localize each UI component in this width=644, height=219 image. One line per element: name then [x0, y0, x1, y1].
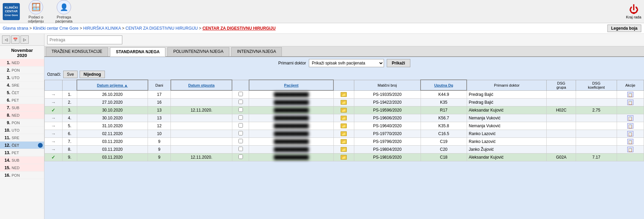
row-maticni-broj: PS-19804/2020 [354, 145, 421, 153]
row-checkbox-cell[interactable] [232, 130, 249, 137]
table-row: →5.31.10.202012████████████📁PS-19640/202… [45, 122, 644, 130]
calendar-day[interactable]: 9.PON [0, 119, 44, 127]
search-input[interactable] [47, 35, 122, 44]
row-checkbox[interactable] [238, 107, 243, 112]
row-akcije-cell[interactable] [617, 153, 644, 161]
akcije-icon[interactable]: 📋 [627, 147, 633, 152]
folder-icon[interactable]: 📁 [341, 116, 347, 120]
col-header-2[interactable]: Datum prijema ▲ [77, 80, 148, 90]
calendar-day[interactable]: 11.SRE [0, 134, 44, 142]
row-akcije-cell[interactable]: 📋 [617, 122, 644, 130]
pretraga-pacijenata-button[interactable]: 👤 Pretraga pacijenata [52, 0, 76, 23]
row-folder-cell[interactable]: 📁 [333, 114, 354, 122]
folder-icon[interactable]: 📁 [341, 108, 347, 113]
calendar-day[interactable]: 15.NED [0, 164, 44, 172]
col-header-9[interactable]: Uputna Dg [421, 80, 467, 90]
calendar-day[interactable]: 7.SUB [0, 104, 44, 112]
folder-icon[interactable]: 📁 [341, 100, 347, 105]
folder-icon[interactable]: 📁 [341, 155, 347, 160]
row-akcije-cell[interactable]: 📋 [617, 98, 644, 106]
row-checkbox-cell[interactable] [232, 145, 249, 153]
primary-doctor-select[interactable]: Prikaži spisak svih pacijenata [309, 59, 384, 67]
row-checkbox[interactable] [238, 123, 243, 128]
sidebar-calendar-button[interactable]: 📅 [11, 35, 19, 44]
row-datum-otpusta [171, 130, 232, 137]
row-num: 7. [62, 137, 77, 145]
calendar-day[interactable]: 4.SRE [0, 82, 44, 89]
akcije-icon[interactable]: 📋 [627, 115, 633, 121]
row-akcije-cell[interactable]: 📋 [617, 114, 644, 122]
folder-icon[interactable]: 📁 [341, 123, 347, 128]
akcije-icon[interactable]: 📋 [627, 123, 633, 129]
calendar-day[interactable]: 6.PET [0, 97, 44, 104]
row-akcije-cell[interactable]: 📋 [617, 130, 644, 137]
akcije-icon[interactable]: 📋 [627, 100, 633, 105]
breadcrumb-centar-current[interactable]: CENTAR ZA DIGESTIVNU HIRURGIJU [203, 26, 276, 31]
kraj-rada-button[interactable]: ⏻ Kraj rada [626, 4, 641, 19]
row-checkbox-cell[interactable] [232, 98, 249, 106]
row-folder-cell[interactable]: 📁 [333, 137, 354, 145]
col-header-6[interactable]: Pacijent [249, 80, 334, 90]
tab-standardna-njega[interactable]: STANDARDNA NJEGA [110, 47, 165, 57]
calendar-day[interactable]: 10.UTO [0, 127, 44, 134]
breadcrumb-klinicki[interactable]: Klinički centar Crne Gore [33, 26, 78, 31]
tab-poluintenzivna-njega[interactable]: POLUINTENZIVNA NJEGA [167, 47, 229, 56]
row-akcije-cell[interactable]: 📋 [617, 90, 644, 98]
row-akcije-cell[interactable]: 📋 [617, 137, 644, 145]
calendar-day[interactable]: 14.SUB [0, 157, 44, 164]
breadcrumb-hiruska[interactable]: HIRURŠKA KLINIKA [83, 26, 121, 31]
sidebar-prev-button[interactable]: ◁ [2, 35, 10, 44]
akcije-icon[interactable]: 📋 [627, 92, 633, 97]
row-folder-cell[interactable]: 📁 [333, 122, 354, 130]
podaci-odjeljenju-button[interactable]: 🪟 Podaci o odjeljenju [24, 0, 48, 23]
row-checkbox[interactable] [238, 92, 243, 96]
row-checkbox[interactable] [238, 139, 243, 143]
row-folder-cell[interactable]: 📁 [333, 98, 354, 106]
row-checkbox-cell[interactable] [232, 106, 249, 114]
folder-icon[interactable]: 📁 [341, 92, 347, 97]
calendar-days: 1.NED2.PON3.UTO4.SRE5.ČET6.PET7.SUB8.NED… [0, 59, 44, 179]
calendar-day[interactable]: 13.PET [0, 149, 44, 157]
row-akcije-cell[interactable]: 📋 [617, 145, 644, 153]
prikazi-button[interactable]: Prikaži [387, 59, 410, 67]
akcije-icon[interactable]: 📋 [627, 139, 633, 144]
legenda-boja-button[interactable]: Legenda boja [607, 25, 641, 32]
akcije-icon[interactable]: 📋 [627, 131, 633, 136]
row-folder-cell[interactable]: 📁 [333, 145, 354, 153]
calendar-day[interactable]: 1.NED [0, 59, 44, 67]
breadcrumb-centar[interactable]: CENTAR ZA DIGESTIVNU HIRURGIJU [125, 26, 198, 31]
row-checkbox[interactable] [238, 147, 243, 151]
folder-icon[interactable]: 📁 [341, 139, 347, 144]
col-header-4[interactable]: Datum otpusta [171, 80, 232, 90]
sve-button[interactable]: Sve [63, 71, 78, 78]
tab-tražene-konsultacije[interactable]: TRAŽENE KONSULTACIJE [46, 47, 108, 56]
nijedan-button[interactable]: Nijednog [80, 71, 105, 78]
row-folder-cell[interactable]: 📁 [333, 90, 354, 98]
row-datum-otpusta: 12.11.2020. [171, 106, 232, 114]
row-dani: 12 [148, 122, 171, 130]
calendar-day[interactable]: 8.NED [0, 112, 44, 119]
sidebar-next-button[interactable]: ▷ [20, 35, 29, 44]
row-checkbox-cell[interactable] [232, 122, 249, 130]
row-checkbox-cell[interactable] [232, 114, 249, 122]
calendar-day[interactable]: 5.ČET [0, 89, 44, 97]
row-checkbox[interactable] [238, 131, 243, 135]
row-checkbox-cell[interactable] [232, 137, 249, 145]
calendar-day[interactable]: 12.ČET [0, 142, 44, 149]
breadcrumb-glavna[interactable]: Glavna strana [3, 26, 28, 31]
folder-icon[interactable]: 📁 [341, 147, 347, 152]
row-checkbox[interactable] [238, 100, 243, 104]
calendar-day[interactable]: 2.PON [0, 67, 44, 74]
tab-intenzivna-njega[interactable]: INTENZIVNA NJEGA [231, 47, 282, 56]
calendar-day[interactable]: 3.UTO [0, 74, 44, 82]
row-folder-cell[interactable]: 📁 [333, 106, 354, 114]
row-folder-cell[interactable]: 📁 [333, 153, 354, 161]
folder-icon[interactable]: 📁 [341, 131, 347, 136]
row-checkbox-cell[interactable] [232, 153, 249, 161]
calendar-day[interactable]: 16.PON [0, 172, 44, 179]
row-akcije-cell[interactable] [617, 106, 644, 114]
row-checkbox[interactable] [238, 115, 243, 120]
row-folder-cell[interactable]: 📁 [333, 130, 354, 137]
row-checkbox-cell[interactable] [232, 90, 249, 98]
row-checkbox[interactable] [238, 155, 243, 159]
